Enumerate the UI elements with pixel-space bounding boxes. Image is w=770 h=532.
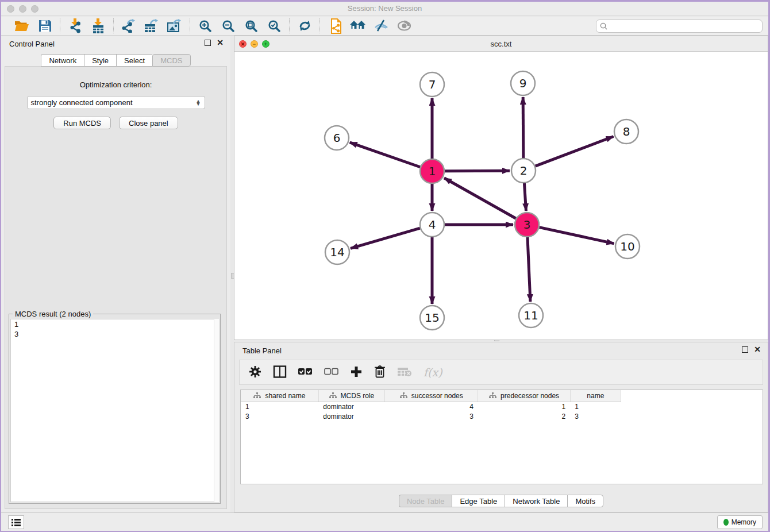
column-header-shared-name[interactable]: shared name (241, 390, 318, 402)
svg-text:1: 1 (429, 164, 436, 178)
search-input[interactable] (610, 22, 759, 30)
zoom-out-button[interactable] (218, 18, 238, 34)
column-header-MCDS-role[interactable]: MCDS role (318, 390, 384, 402)
home-button[interactable] (348, 18, 368, 34)
export-table-button[interactable] (142, 18, 161, 34)
settings-gear-button[interactable] (249, 365, 261, 380)
tab-network-table[interactable]: Network Table (505, 495, 567, 507)
search-box[interactable] (596, 20, 763, 33)
select-all-checked-button[interactable] (298, 368, 313, 377)
memory-button[interactable]: Memory (717, 515, 763, 529)
tab-mcds[interactable]: MCDS (152, 54, 190, 67)
run-mcds-button[interactable]: Run MCDS (53, 117, 111, 129)
main-toolbar (1, 17, 768, 36)
zoom-fit-button[interactable] (241, 18, 261, 34)
node-9[interactable]: 9 (511, 71, 535, 95)
edge-3-10[interactable] (539, 228, 614, 244)
document-network-button[interactable] (325, 18, 345, 34)
open-session-button[interactable] (12, 18, 32, 34)
network-graph: 7968124314101511 (234, 52, 768, 340)
column-header-name[interactable]: name (570, 390, 621, 402)
node-4[interactable]: 4 (420, 213, 444, 237)
refresh-button[interactable] (295, 18, 314, 34)
node-8[interactable]: 8 (614, 119, 638, 144)
control-panel-header: Control Panel ✕ (1, 36, 230, 52)
node-3[interactable]: 3 (515, 213, 539, 237)
svg-text:8: 8 (623, 125, 630, 138)
export-image-button[interactable] (165, 18, 184, 34)
network-view-window: ✕ − + scc.txt 7968124314101511 (234, 36, 768, 340)
network-canvas[interactable]: 7968124314101511 (234, 52, 768, 340)
import-network-icon (68, 18, 82, 33)
svg-text:14: 14 (330, 245, 344, 259)
network-window-titlebar: ✕ − + scc.txt (234, 36, 768, 52)
toolbar-group (60, 18, 113, 34)
list-icon (11, 518, 21, 526)
node-6[interactable]: 6 (325, 126, 349, 150)
tab-node-table[interactable]: Node Table (399, 495, 452, 507)
column-header-successor-nodes[interactable]: successor nodes (385, 390, 478, 402)
import-network-button[interactable] (66, 18, 85, 34)
tab-motifs[interactable]: Motifs (567, 495, 603, 507)
edge-4-14[interactable] (351, 228, 420, 248)
function-builder-button: f(x) (424, 366, 442, 379)
result-list-item[interactable]: 3 (11, 329, 218, 339)
node-11[interactable]: 11 (519, 303, 543, 327)
hide-visibility-button[interactable] (371, 18, 391, 34)
node-10[interactable]: 10 (615, 234, 640, 259)
node-1[interactable]: 1 (420, 159, 444, 183)
close-panel-button[interactable]: Close panel (119, 117, 178, 129)
tab-network[interactable]: Network (41, 54, 84, 67)
node-15[interactable]: 15 (420, 306, 444, 330)
task-history-button[interactable] (8, 515, 24, 529)
edge-1-2[interactable] (445, 171, 510, 171)
node-14[interactable]: 14 (325, 240, 349, 264)
zoom-out-icon (222, 20, 234, 32)
edge-3-11[interactable] (528, 237, 530, 302)
tab-select[interactable]: Select (116, 54, 152, 67)
result-list-item[interactable]: 1 (11, 319, 218, 329)
select-none-button[interactable] (324, 368, 338, 377)
optimization-criterion-select[interactable]: strongly connected component ▲▼ (27, 96, 205, 109)
table-panel: Table Panel ✕ f(x) shared nameMCDS roles… (234, 342, 768, 512)
mcds-result-list: 13 (10, 319, 219, 502)
zoom-in-button[interactable] (195, 18, 215, 34)
table-cell: 1 (241, 402, 318, 411)
tab-style[interactable]: Style (84, 54, 116, 67)
column-edit-icon (329, 392, 337, 399)
close-table-panel-icon[interactable]: ✕ (754, 346, 761, 353)
table-toolbar: f(x) (239, 360, 763, 385)
edge-2-8[interactable] (536, 137, 614, 167)
result-scrollbar[interactable] (214, 319, 219, 502)
table-panel-title: Table Panel (242, 346, 282, 355)
float-table-panel-icon[interactable] (742, 346, 748, 353)
application-window: Session: New Session Control Panel ✕ Net… (1, 2, 768, 531)
import-table-button[interactable] (88, 18, 108, 34)
float-panel-icon[interactable] (205, 40, 211, 46)
edge-2-9[interactable] (523, 97, 523, 158)
toolbar-group (290, 18, 319, 34)
edge-2-3[interactable] (524, 183, 526, 211)
table-cell: 1 (478, 402, 570, 411)
table-row[interactable]: 3dominator323 (241, 411, 621, 421)
edge-3-1[interactable] (444, 178, 516, 218)
control-panel-title: Control Panel (9, 40, 55, 48)
add-row-button[interactable] (350, 365, 363, 380)
delete-row-button[interactable] (374, 365, 386, 380)
save-session-button[interactable] (35, 18, 55, 34)
node-7[interactable]: 7 (420, 72, 444, 97)
edge-1-6[interactable] (350, 142, 421, 167)
delete-row-icon (374, 365, 386, 380)
add-row-icon (350, 365, 363, 380)
close-panel-icon[interactable]: ✕ (217, 40, 224, 46)
title-bar: Session: New Session (1, 2, 768, 16)
export-network-button[interactable] (119, 18, 138, 34)
show-visibility-button[interactable] (394, 18, 414, 34)
table-row[interactable]: 1dominator411 (241, 402, 621, 411)
node-2[interactable]: 2 (511, 159, 536, 183)
columns-button[interactable] (273, 365, 287, 380)
column-header-predecessor-nodes[interactable]: predecessor nodes (478, 390, 570, 402)
zoom-selected-button[interactable] (264, 18, 284, 34)
column-edit-icon (253, 392, 261, 399)
tab-edge-table[interactable]: Edge Table (452, 495, 505, 507)
